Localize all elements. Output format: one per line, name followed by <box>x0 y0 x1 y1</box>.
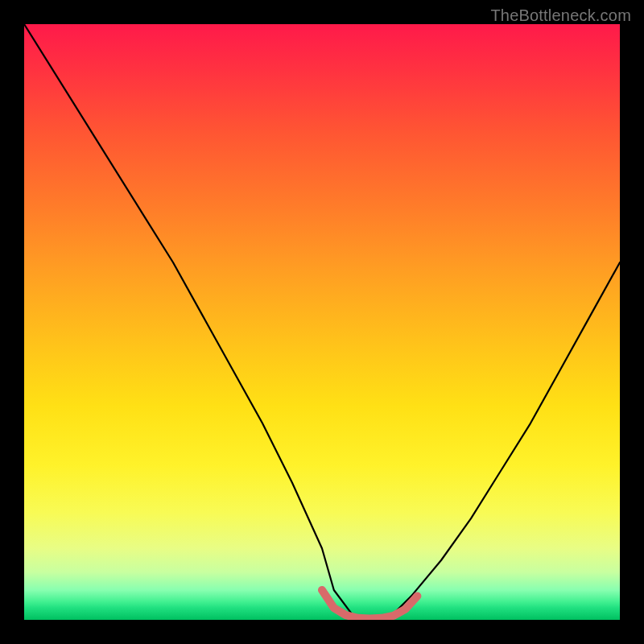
curve-group <box>24 24 620 620</box>
series-bottleneck-curve <box>24 24 620 620</box>
curve-layer <box>24 24 620 620</box>
chart-frame: TheBottleneck.com <box>0 0 644 644</box>
plot-area <box>24 24 620 620</box>
watermark-text: TheBottleneck.com <box>490 6 631 25</box>
